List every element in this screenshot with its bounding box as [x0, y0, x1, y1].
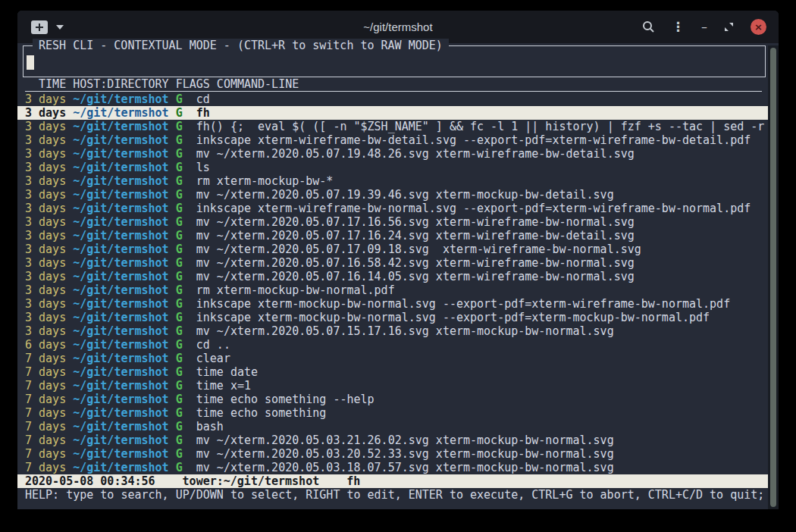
history-row[interactable]: 3 days ~/git/termshot G rm xterm-mockup-…: [17, 174, 768, 188]
history-row[interactable]: 3 days ~/git/termshot G mv ~/xterm.2020.…: [17, 324, 768, 338]
restore-button[interactable]: [724, 22, 734, 32]
history-row[interactable]: 7 days ~/git/termshot G clear: [17, 352, 768, 365]
scrollbar[interactable]: [768, 45, 779, 509]
search-icon: [642, 20, 655, 33]
text-cursor: [27, 55, 34, 70]
history-row[interactable]: 7 days ~/git/termshot G time echo someth…: [17, 406, 768, 420]
new-tab-button[interactable]: [31, 20, 48, 34]
history-row[interactable]: 3 days ~/git/termshot G mv ~/xterm.2020.…: [17, 147, 768, 161]
status-datetime: 2020-05-08 00:34:56: [25, 474, 155, 488]
help-line: HELP: type to search, UP/DOWN to select,…: [17, 488, 768, 502]
history-row[interactable]: 7 days ~/git/termshot G time x=1: [17, 379, 768, 393]
history-row[interactable]: 3 days ~/git/termshot G mv ~/xterm.2020.…: [17, 270, 768, 283]
history-row[interactable]: 3 days ~/git/termshot G rm xterm-mockup-…: [17, 283, 768, 297]
history-row[interactable]: 3 days ~/git/termshot G mv ~/xterm.2020.…: [17, 243, 768, 256]
history-row[interactable]: 7 days ~/git/termshot G mv ~/xterm.2020.…: [17, 447, 768, 461]
titlebar-left-controls: [17, 20, 64, 34]
history-row[interactable]: 3 days ~/git/termshot G inkscape xterm-w…: [17, 202, 768, 215]
history-row[interactable]: 7 days ~/git/termshot G time date: [17, 365, 768, 379]
history-row[interactable]: 7 days ~/git/termshot G time echo someth…: [17, 393, 768, 406]
history-row[interactable]: 7 days ~/git/termshot G mv ~/xterm.2020.…: [17, 433, 768, 447]
search-box-title: RESH CLI - CONTEXTUAL MODE - (CTRL+R to …: [33, 39, 449, 52]
table-header: TIME HOST:DIRECTORY FLAGS COMMAND-LINE: [25, 77, 762, 92]
terminal-content: RESH CLI - CONTEXTUAL MODE - (CTRL+R to …: [17, 45, 779, 509]
chevron-down-icon: [55, 24, 64, 30]
minimize-button[interactable]: –: [701, 21, 707, 33]
new-tab-icon: [35, 23, 44, 32]
titlebar-right-controls: ⋮ – ×: [642, 19, 779, 35]
menu-button[interactable]: ⋮: [672, 20, 685, 33]
history-row[interactable]: 3 days ~/git/termshot G mv ~/xterm.2020.…: [17, 188, 768, 202]
tab-dropdown-button[interactable]: [55, 24, 64, 30]
history-row[interactable]: 3 days ~/git/termshot G ls: [17, 161, 768, 174]
status-query: fh: [346, 474, 360, 488]
restore-icon: [724, 22, 734, 32]
history-row[interactable]: 3 days ~/git/termshot G mv ~/xterm.2020.…: [17, 215, 768, 229]
kebab-menu-icon: ⋮: [672, 20, 685, 33]
status-location: tower:~/git/termshot: [183, 474, 320, 488]
status-bar: 2020-05-08 00:34:56tower:~/git/termshotf…: [17, 474, 768, 488]
history-row[interactable]: 7 days ~/git/termshot G mv ~/xterm.2020.…: [17, 461, 768, 474]
history-row[interactable]: 3 days ~/git/termshot G inkscape xterm-w…: [17, 133, 768, 147]
close-button[interactable]: ×: [751, 19, 766, 35]
desktop-background: ~/git/termshot ⋮ –: [0, 0, 796, 532]
minimize-icon: –: [701, 21, 707, 33]
history-list: 3 days ~/git/termshot G cd3 days ~/git/t…: [17, 92, 779, 474]
scrollbar-thumb[interactable]: [770, 48, 776, 507]
terminal-window: ~/git/termshot ⋮ –: [17, 11, 779, 509]
search-box[interactable]: RESH CLI - CONTEXTUAL MODE - (CTRL+R to …: [23, 45, 766, 77]
history-row[interactable]: 3 days ~/git/termshot G cd: [17, 92, 768, 106]
history-row[interactable]: 7 days ~/git/termshot G bash: [17, 420, 768, 433]
history-row[interactable]: 3 days ~/git/termshot G inkscape xterm-m…: [17, 311, 768, 324]
history-row[interactable]: 3 days ~/git/termshot G fh() {; eval $( …: [17, 120, 768, 133]
history-row[interactable]: 3 days ~/git/termshot G inkscape xterm-m…: [17, 297, 768, 311]
history-row[interactable]: 3 days ~/git/termshot G mv ~/xterm.2020.…: [17, 256, 768, 270]
history-row-selected[interactable]: 3 days ~/git/termshot G fh: [17, 106, 768, 120]
history-row[interactable]: 3 days ~/git/termshot G mv ~/xterm.2020.…: [17, 229, 768, 243]
close-icon: ×: [754, 22, 763, 32]
search-button[interactable]: [642, 20, 655, 33]
history-row[interactable]: 6 days ~/git/termshot G cd ..: [17, 338, 768, 352]
